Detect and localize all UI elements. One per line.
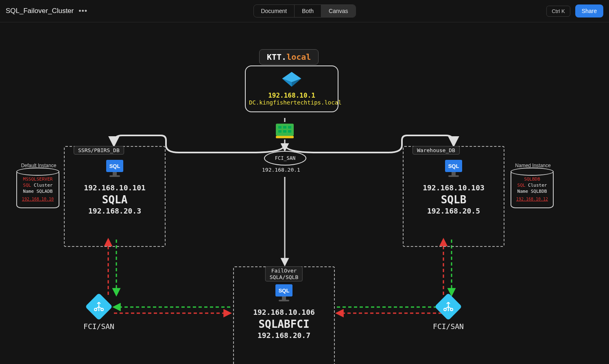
node-fci-san-router[interactable]: FCI_SAN [264, 151, 306, 166]
svg-rect-21 [288, 130, 291, 133]
svg-text:SQL: SQL [448, 163, 459, 169]
domain-part1: KTT. [267, 52, 286, 62]
failover-title: FailOver SQLA/SQLB [265, 266, 303, 281]
svg-rect-16 [278, 126, 282, 129]
share-button[interactable]: Share [575, 4, 603, 17]
svg-rect-20 [283, 130, 286, 133]
node-named-instance-db[interactable]: Named Instance SQLBDB SQL Cluster Name S… [511, 163, 555, 208]
failover-name: SQLABFCI [234, 318, 334, 330]
node-sqla[interactable]: SSRS/PBIRS_DB SQL 192.168.10.101 SQLA 19… [64, 146, 166, 247]
domain-label[interactable]: KTT.local [259, 49, 319, 65]
tab-canvas[interactable]: Canvas [321, 5, 355, 17]
svg-rect-18 [288, 126, 291, 129]
sqla-ip1: 192.168.10.101 [65, 183, 165, 192]
sqla-name: SQLA [65, 194, 165, 206]
svg-rect-28 [452, 172, 456, 175]
failover-ip1: 192.168.10.106 [234, 308, 334, 316]
tab-both[interactable]: Both [295, 5, 321, 17]
document-title: SQL_Failover_Cluster [6, 7, 74, 15]
svg-rect-33 [279, 300, 289, 301]
svg-text:SQL: SQL [279, 288, 290, 294]
svg-rect-24 [113, 172, 117, 175]
sqlb-ip2: 192.168.20.5 [404, 207, 504, 215]
svg-rect-19 [278, 130, 282, 133]
node-fci-san-right[interactable]: FCI/SAN [432, 297, 465, 331]
load-balancer-icon [85, 293, 113, 320]
sqla-title: SSRS/PBIRS_DB [74, 146, 124, 155]
node-fci-san-left[interactable]: FCI/SAN [83, 297, 115, 331]
more-menu-icon[interactable]: ••• [79, 7, 87, 15]
command-palette-shortcut[interactable]: Ctrl K [546, 6, 570, 17]
sqla-ip2: 192.168.20.3 [65, 207, 165, 215]
fci-san-right-label: FCI/SAN [432, 322, 465, 331]
sqlb-title: Warehouse_DB [413, 146, 460, 155]
sql-monitor-icon: SQL [104, 159, 126, 180]
database-cylinder-icon: SQLBDB SQL Cluster Name SQLBDB 192.168.1… [511, 170, 554, 208]
switch-icon[interactable] [275, 122, 295, 139]
sqlb-ip1: 192.168.10.103 [404, 183, 504, 192]
toolbar: SQL_Failover_Cluster ••• Document Both C… [0, 0, 609, 22]
dc-hostname: DC.kingfishertechtips.local [249, 99, 334, 106]
svg-text:SQL: SQL [109, 163, 120, 169]
svg-rect-17 [283, 126, 286, 129]
svg-rect-15 [276, 136, 294, 138]
fci-san-left-label: FCI/SAN [83, 322, 115, 331]
octahedron-icon [280, 71, 303, 87]
diagram-canvas[interactable]: KTT.local 192.168.10.1 DC.kingfishertech… [0, 22, 609, 364]
load-balancer-icon [434, 293, 462, 320]
sql-monitor-icon: SQL [443, 159, 465, 180]
sqlb-name: SQLB [404, 194, 504, 206]
node-default-instance-db[interactable]: Default Instance MSSQLSERVER SQL Cluster… [16, 163, 61, 208]
fci-san-ip: 192.168.20.1 [262, 167, 300, 173]
dc-ip: 192.168.10.1 [249, 92, 334, 99]
node-sqlb[interactable]: Warehouse_DB SQL 192.168.10.103 SQLB 192… [403, 146, 504, 247]
sql-monitor-icon: SQL [273, 283, 295, 305]
svg-rect-29 [448, 175, 459, 177]
node-domain-controller[interactable]: 192.168.10.1 DC.kingfishertechtips.local [245, 65, 338, 112]
svg-rect-14 [276, 124, 294, 136]
view-mode-segmented: Document Both Canvas [253, 4, 356, 17]
failover-ip2: 192.168.20.7 [234, 331, 334, 340]
tab-document[interactable]: Document [253, 5, 295, 17]
svg-rect-32 [282, 296, 286, 300]
database-cylinder-icon: MSSQLSERVER SQL Cluster Name SQLADB 192.… [16, 170, 59, 208]
node-failover[interactable]: FailOver SQLA/SQLB SQL 192.168.10.106 SQ… [233, 266, 335, 364]
svg-rect-25 [109, 175, 120, 177]
fci-san-label: FCI_SAN [275, 155, 296, 161]
domain-part2: local [286, 52, 311, 62]
